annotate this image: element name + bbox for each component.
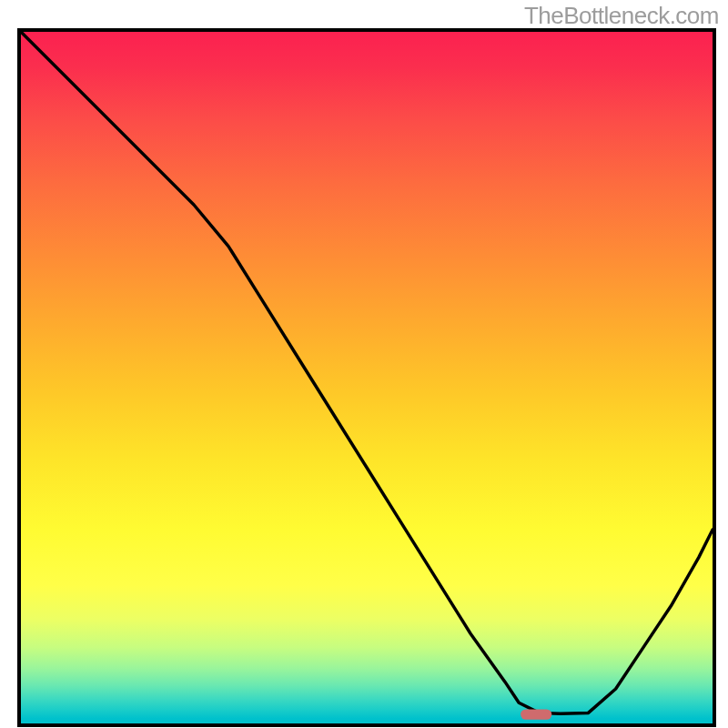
plot-frame (17, 28, 716, 727)
watermark-text: TheBottleneck.com (524, 2, 719, 30)
gradient-background (21, 32, 713, 723)
chart-container: TheBottleneck.com (0, 0, 728, 728)
